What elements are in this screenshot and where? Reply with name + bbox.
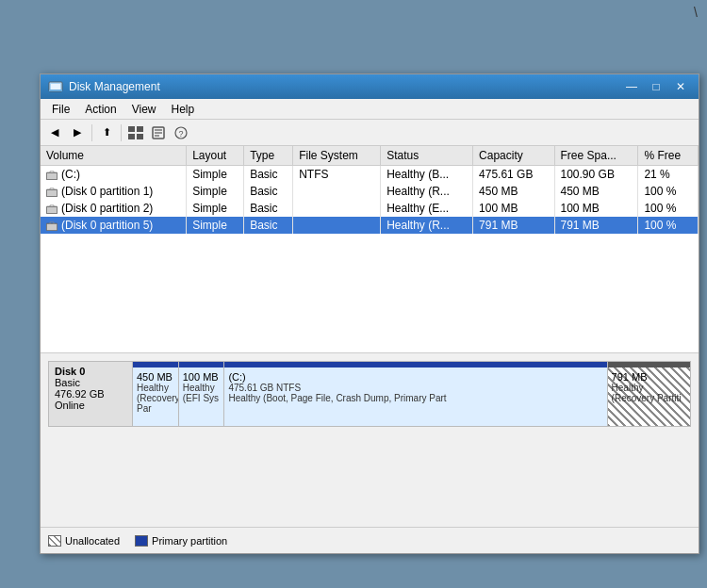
partition-desc-3: Healthy (Recovery Partiti [612, 383, 686, 403]
svg-rect-6 [137, 134, 143, 139]
desktop: \ Disk Management — □ ✕ File Action View [0, 0, 707, 588]
partition-size-1: 100 MB [183, 371, 221, 383]
toolbar-up[interactable]: ⬆ [96, 122, 117, 143]
svg-rect-2 [49, 90, 62, 91]
toolbar-separator-2 [121, 124, 122, 141]
volume-icon [46, 185, 58, 198]
legend-bar: Unallocated Primary partition [41, 527, 699, 553]
col-capacity: Capacity [473, 146, 554, 166]
menu-action[interactable]: Action [77, 101, 123, 118]
table-row[interactable]: (Disk 0 partition 1)SimpleBasicHealthy (… [41, 183, 699, 200]
table-cell: 100 % [638, 200, 699, 217]
legend-unalloc-label: Unallocated [65, 535, 120, 547]
partition-bar-2 [224, 362, 606, 368]
col-status: Status [381, 146, 473, 166]
table-cell: 450 MB [473, 183, 554, 200]
table-cell: 100 MB [473, 200, 554, 217]
table-cell: NTFS [293, 166, 381, 184]
disk-label: Disk 0 Basic 476.92 GB Online [48, 361, 133, 427]
svg-rect-1 [51, 84, 60, 90]
toolbar-separator-1 [91, 124, 92, 141]
partition-1[interactable]: 100 MB Healthy (EFI Sys [179, 362, 225, 426]
legend-primary: Primary partition [135, 535, 227, 547]
svg-rect-4 [137, 126, 143, 132]
table-cell: 100.90 GB [554, 166, 638, 184]
partition-desc-1: Healthy (EFI Sys [183, 383, 221, 403]
content-area: Volume Layout Type File System Status Ca… [41, 146, 699, 553]
table-cell: Simple [187, 166, 244, 184]
table-cell: 475.61 GB [473, 166, 554, 184]
partition-content-1: 100 MB Healthy (EFI Sys [183, 371, 221, 403]
table-cell: 100 % [638, 183, 699, 200]
toolbar-back[interactable]: ◀ [44, 122, 65, 143]
table-row[interactable]: (Disk 0 partition 5)SimpleBasicHealthy (… [41, 217, 699, 234]
toolbar-list[interactable] [125, 122, 146, 143]
menu-view[interactable]: View [124, 101, 164, 118]
table-cell: Simple [187, 217, 244, 234]
svg-text:?: ? [178, 129, 183, 139]
svg-rect-19 [47, 190, 57, 196]
table-cell: (Disk 0 partition 1) [41, 183, 187, 200]
table-cell: (Disk 0 partition 2) [41, 200, 187, 217]
table-cell: Healthy (R... [381, 217, 473, 234]
table-row[interactable]: (Disk 0 partition 2)SimpleBasicHealthy (… [41, 200, 699, 217]
svg-rect-29 [47, 224, 57, 230]
toolbar-properties[interactable] [148, 122, 169, 143]
col-freespace: Free Spa... [554, 146, 638, 166]
table-cell: Simple [187, 183, 244, 200]
toolbar-forward[interactable]: ▶ [67, 122, 88, 143]
partition-2[interactable]: (C:) 475.61 GB NTFS Healthy (Boot, Page … [224, 362, 607, 426]
table-cell: 100 % [638, 217, 699, 234]
svg-rect-3 [128, 126, 135, 132]
partition-0[interactable]: 450 MB Healthy (Recovery Par [133, 362, 179, 426]
table-header-row: Volume Layout Type File System Status Ca… [41, 146, 699, 166]
toolbar-help[interactable]: ? [171, 122, 191, 143]
partition-table[interactable]: Volume Layout Type File System Status Ca… [41, 146, 699, 353]
volume-icon [46, 202, 58, 215]
table-cell: Basic [244, 183, 293, 200]
volume-icon [46, 168, 58, 181]
table-cell: Basic [244, 200, 293, 217]
legend-unallocated: Unallocated [48, 535, 120, 547]
partition-3[interactable]: 791 MB Healthy (Recovery Partiti [608, 362, 690, 426]
table-cell: Healthy (B... [381, 166, 473, 184]
table-cell: 791 MB [473, 217, 554, 234]
table-cell: Healthy (E... [381, 200, 473, 217]
title-bar-buttons: — □ ✕ [621, 78, 691, 95]
col-percentfree: % Free [638, 146, 699, 166]
close-button[interactable]: ✕ [670, 78, 691, 95]
partition-size-2: (C:) [228, 371, 602, 383]
disk-size: 476.92 GB [55, 388, 126, 400]
volume-icon [46, 219, 58, 232]
table-cell: Healthy (R... [381, 183, 473, 200]
partition-bar-0 [133, 362, 178, 368]
partition-content-0: 450 MB Healthy (Recovery Par [137, 371, 174, 414]
partition-bar-3 [608, 362, 690, 368]
disk-name: Disk 0 [55, 366, 126, 377]
toolbar: ◀ ▶ ⬆ ? [41, 120, 699, 146]
table-cell: (Disk 0 partition 5) [41, 217, 187, 234]
backslash-text: \ [694, 5, 698, 20]
disk-management-window: Disk Management — □ ✕ File Action View H… [40, 74, 699, 554]
table-cell [293, 200, 381, 217]
table-row[interactable]: (C:)SimpleBasicNTFSHealthy (B...475.61 G… [41, 166, 699, 184]
col-layout: Layout [187, 146, 244, 166]
menu-file[interactable]: File [44, 101, 77, 118]
legend-unalloc-box [48, 535, 61, 547]
menu-help[interactable]: Help [164, 101, 203, 118]
svg-rect-14 [47, 173, 57, 179]
table-cell: (C:) [41, 166, 187, 184]
disk-partitions: 450 MB Healthy (Recovery Par 100 MB Heal… [133, 361, 691, 427]
disk-section: Disk 0 Basic 476.92 GB Online 450 MB Hea… [41, 353, 699, 553]
table-cell [293, 217, 381, 234]
maximize-button[interactable]: □ [646, 78, 666, 95]
table-cell: Basic [244, 217, 293, 234]
svg-rect-24 [47, 207, 57, 213]
table-cell: 100 MB [554, 200, 638, 217]
table-cell: 791 MB [554, 217, 638, 234]
table-cell: 21 % [638, 166, 699, 184]
partition-content-2: (C:) 475.61 GB NTFS Healthy (Boot, Page … [228, 371, 602, 403]
legend-primary-label: Primary partition [152, 535, 227, 547]
minimize-button[interactable]: — [621, 78, 642, 95]
partition-bar-1 [179, 362, 224, 368]
